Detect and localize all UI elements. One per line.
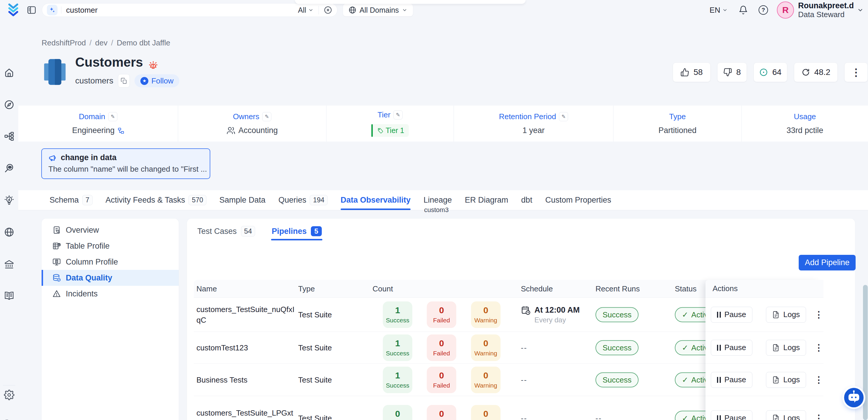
observability-search-icon[interactable] [4,163,14,173]
add-pipeline-button[interactable]: Add Pipeline [799,255,856,270]
sidebar-item-column-profile[interactable]: Column Profile [41,254,179,270]
breadcrumb: RedshiftProd / dev / Demo dbt Jaffle [41,38,170,48]
tab-custom-properties[interactable]: Custom Properties [545,190,611,210]
domain-label[interactable]: Domain [79,112,105,121]
breadcrumb-item[interactable]: dev [95,38,107,48]
tab-pipelines[interactable]: Pipelines 5 [271,222,322,240]
pipeline-name[interactable]: customers_TestSuite_nuQfxIqC [196,304,297,325]
chat-assistant-button[interactable] [844,388,864,407]
breadcrumb-item[interactable]: RedshiftProd [41,38,86,48]
app-logo-icon[interactable] [7,3,20,17]
breadcrumb-item[interactable]: Demo dbt Jaffle [117,38,170,48]
alert-alarm-icon[interactable] [147,58,159,70]
failed-count-pill[interactable]: 0Failed [427,367,456,393]
sidebar-item-data-quality[interactable]: Data Quality [41,270,179,286]
domains-globe-icon[interactable] [4,227,14,237]
failed-count-pill[interactable]: 0Failed [427,405,456,420]
tier-label[interactable]: Tier [377,110,391,119]
pause-button[interactable]: Pause [711,307,752,323]
pipeline-name[interactable]: customers_TestSuite_LPGxtmzA [196,407,297,420]
announcement-banner[interactable]: change in data The column "name" will be… [41,148,210,179]
retention-label[interactable]: Retention Period [499,112,556,121]
recent-run-badge[interactable]: Success [595,307,639,322]
pipeline-name[interactable]: customTest123 [196,342,297,353]
tab-schema[interactable]: Schema7 [50,190,93,210]
tab-er-diagram[interactable]: ER Diagram [465,190,508,210]
upvote-button[interactable]: 58 [673,63,711,82]
failed-count-pill[interactable]: 0Failed [427,301,456,328]
owners-label[interactable]: Owners [233,112,259,121]
global-search[interactable]: customer All [42,3,337,17]
govern-bank-icon[interactable] [4,259,14,270]
tab-dbt[interactable]: dbt [521,190,532,210]
home-icon[interactable] [4,67,14,78]
tier-badge[interactable]: Tier 1 [371,124,409,137]
success-count-pill[interactable]: 0Success [383,405,412,420]
tab-activity-feeds[interactable]: Activity Feeds & Tasks570 [105,190,207,210]
avatar[interactable]: R [777,1,794,19]
pause-button[interactable]: Pause [711,340,752,356]
edit-tier-icon[interactable]: ✎ [394,110,403,119]
insights-bulb-icon[interactable] [4,195,14,206]
pause-button[interactable]: Pause [711,372,752,388]
row-kebab-icon[interactable]: ⋮ [814,413,823,420]
metadata-domain: Domain ✎ Engineering [18,106,178,142]
row-kebab-icon[interactable]: ⋮ [814,309,823,320]
edit-owners-icon[interactable]: ✎ [262,112,271,121]
warning-count-pill[interactable]: 0Warning [471,367,500,393]
domains-filter-button[interactable]: All Domains [343,3,413,17]
tab-data-observability[interactable]: Data Observability [341,190,410,210]
page-title: Customers [75,55,143,69]
notifications-bell-icon[interactable] [739,5,748,15]
explore-compass-icon[interactable] [4,99,14,110]
vertical-scrollbar[interactable] [863,285,868,420]
globe-icon [348,6,356,14]
success-count-pill[interactable]: 1Success [383,367,412,393]
row-kebab-icon[interactable]: ⋮ [814,374,823,385]
edit-domain-icon[interactable]: ✎ [108,112,117,121]
sidebar-item-table-profile[interactable]: Table Profile [41,238,179,254]
language-selector[interactable]: EN [710,6,728,15]
search-scope-dropdown[interactable]: All [298,6,319,14]
more-actions-button[interactable]: ⋮ [844,63,868,82]
copy-name-button[interactable] [118,74,130,88]
failed-count-pill[interactable]: 0Failed [427,334,456,361]
sidebar-item-incidents[interactable]: Incidents [41,286,179,302]
pipeline-name[interactable]: Business Tests [196,374,297,385]
warning-count-pill[interactable]: 0Warning [471,334,500,361]
glossary-book-icon[interactable] [4,290,14,301]
logs-button[interactable]: Logs [766,410,806,420]
follow-button[interactable]: ★ Follow [134,74,179,87]
success-count-pill[interactable]: 1Success [383,334,412,361]
usage-score-button[interactable]: 48.2 [794,63,838,82]
recent-run-badge[interactable]: Success [595,372,639,387]
row-kebab-icon[interactable]: ⋮ [814,342,823,353]
warning-count-pill[interactable]: 0Warning [471,301,500,328]
logs-button[interactable]: Logs [766,307,806,323]
pause-button[interactable]: Pause [711,410,752,420]
sidebar-toggle-icon[interactable] [27,5,37,15]
user-menu-chevron-icon[interactable] [857,6,864,13]
clear-search-icon[interactable] [323,6,332,14]
downvote-button[interactable]: 8 [717,63,747,82]
lineage-flow-icon[interactable] [4,131,14,142]
tab-sample-data[interactable]: Sample Data [219,190,266,210]
logs-button[interactable]: Logs [766,372,806,388]
logout-icon[interactable] [4,419,14,420]
success-count-pill[interactable]: 1Success [383,301,412,328]
sidebar-item-overview[interactable]: Overview [41,222,179,238]
edit-retention-icon[interactable]: ✎ [559,112,568,121]
search-input[interactable]: customer [66,6,298,15]
tab-test-cases[interactable]: Test Cases 54 [197,222,256,240]
settings-gear-icon[interactable] [4,390,14,400]
warning-count-pill[interactable]: 0Warning [471,405,500,420]
quality-score-button[interactable]: 64 [753,63,787,82]
help-icon[interactable]: ? [758,5,768,15]
recent-run-badge[interactable]: Success [595,340,639,355]
logs-button[interactable]: Logs [766,340,806,356]
tab-queries[interactable]: Queries194 [278,190,328,210]
owners-value[interactable]: Accounting [226,126,278,135]
chevron-down-icon [402,7,408,13]
metadata-type: Type Partitioned [614,106,742,142]
top-right-controls: EN ? R Rounakpreet.d Data Steward [710,1,864,19]
